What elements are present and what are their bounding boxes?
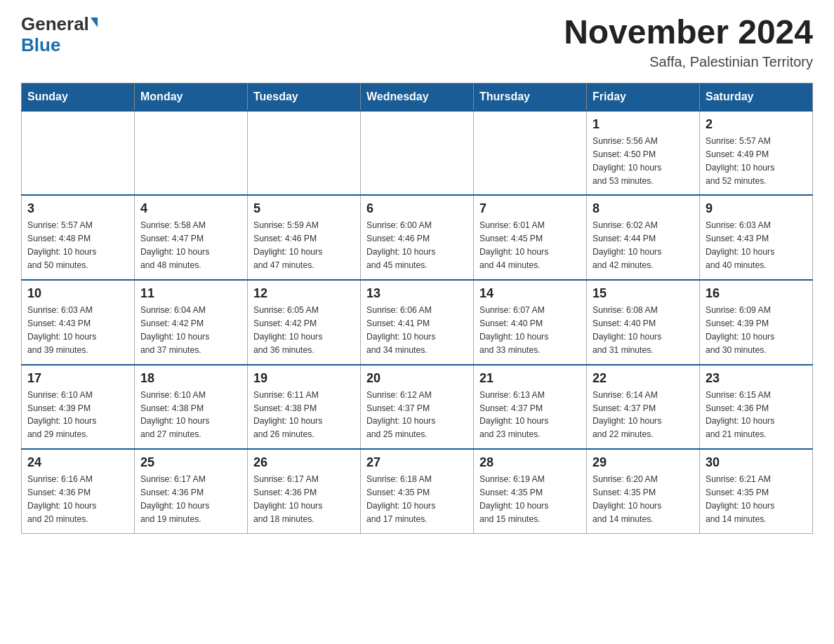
day-info: Sunrise: 6:06 AMSunset: 4:41 PMDaylight:… bbox=[366, 304, 468, 357]
calendar-cell: 19Sunrise: 6:11 AMSunset: 4:38 PMDayligh… bbox=[248, 365, 361, 450]
calendar-cell: 2Sunrise: 5:57 AMSunset: 4:49 PMDaylight… bbox=[700, 111, 813, 196]
week-row-5: 24Sunrise: 6:16 AMSunset: 4:36 PMDayligh… bbox=[22, 449, 813, 533]
day-number: 25 bbox=[140, 455, 241, 470]
day-info: Sunrise: 6:00 AMSunset: 4:46 PMDaylight:… bbox=[366, 219, 468, 272]
calendar-cell: 24Sunrise: 6:16 AMSunset: 4:36 PMDayligh… bbox=[22, 449, 135, 533]
weekday-header-tuesday: Tuesday bbox=[248, 83, 361, 111]
calendar-cell: 4Sunrise: 5:58 AMSunset: 4:47 PMDaylight… bbox=[135, 195, 248, 280]
weekday-header-friday: Friday bbox=[587, 83, 700, 111]
calendar-cell: 1Sunrise: 5:56 AMSunset: 4:50 PMDaylight… bbox=[587, 111, 700, 196]
day-info: Sunrise: 6:20 AMSunset: 4:35 PMDaylight:… bbox=[593, 473, 694, 526]
day-info: Sunrise: 6:10 AMSunset: 4:39 PMDaylight:… bbox=[27, 389, 128, 442]
calendar-cell: 20Sunrise: 6:12 AMSunset: 4:37 PMDayligh… bbox=[361, 365, 474, 450]
day-number: 29 bbox=[593, 455, 694, 470]
logo-triangle-icon bbox=[91, 18, 98, 27]
calendar-cell: 26Sunrise: 6:17 AMSunset: 4:36 PMDayligh… bbox=[248, 449, 361, 533]
day-number: 9 bbox=[706, 201, 807, 216]
day-info: Sunrise: 5:58 AMSunset: 4:47 PMDaylight:… bbox=[140, 219, 241, 272]
day-number: 7 bbox=[479, 201, 581, 216]
day-number: 23 bbox=[706, 371, 807, 386]
day-info: Sunrise: 6:16 AMSunset: 4:36 PMDaylight:… bbox=[27, 473, 128, 526]
day-number: 30 bbox=[706, 455, 807, 470]
day-info: Sunrise: 6:04 AMSunset: 4:42 PMDaylight:… bbox=[140, 304, 241, 357]
day-number: 22 bbox=[593, 371, 694, 386]
calendar-cell: 5Sunrise: 5:59 AMSunset: 4:46 PMDaylight… bbox=[248, 195, 361, 280]
calendar-cell: 8Sunrise: 6:02 AMSunset: 4:44 PMDaylight… bbox=[587, 195, 700, 280]
calendar-cell: 9Sunrise: 6:03 AMSunset: 4:43 PMDaylight… bbox=[700, 195, 813, 280]
calendar-cell: 15Sunrise: 6:08 AMSunset: 4:40 PMDayligh… bbox=[587, 280, 700, 365]
calendar-cell: 7Sunrise: 6:01 AMSunset: 4:45 PMDaylight… bbox=[474, 195, 587, 280]
calendar-cell: 17Sunrise: 6:10 AMSunset: 4:39 PMDayligh… bbox=[22, 365, 135, 450]
calendar-cell: 28Sunrise: 6:19 AMSunset: 4:35 PMDayligh… bbox=[474, 449, 587, 533]
calendar-cell bbox=[474, 111, 587, 196]
day-number: 19 bbox=[253, 371, 355, 386]
day-number: 24 bbox=[27, 455, 128, 470]
calendar-cell bbox=[22, 111, 135, 196]
week-row-3: 10Sunrise: 6:03 AMSunset: 4:43 PMDayligh… bbox=[22, 280, 813, 365]
calendar-cell: 6Sunrise: 6:00 AMSunset: 4:46 PMDaylight… bbox=[361, 195, 474, 280]
day-number: 27 bbox=[366, 455, 468, 470]
day-info: Sunrise: 6:13 AMSunset: 4:37 PMDaylight:… bbox=[479, 389, 581, 442]
week-row-4: 17Sunrise: 6:10 AMSunset: 4:39 PMDayligh… bbox=[22, 365, 813, 450]
day-info: Sunrise: 6:03 AMSunset: 4:43 PMDaylight:… bbox=[706, 219, 807, 272]
calendar-table: SundayMondayTuesdayWednesdayThursdayFrid… bbox=[21, 83, 813, 534]
day-info: Sunrise: 5:56 AMSunset: 4:50 PMDaylight:… bbox=[593, 135, 694, 188]
weekday-header-wednesday: Wednesday bbox=[361, 83, 474, 111]
title-area: November 2024 Saffa, Palestinian Territo… bbox=[564, 14, 813, 70]
day-info: Sunrise: 6:08 AMSunset: 4:40 PMDaylight:… bbox=[593, 304, 694, 357]
day-number: 12 bbox=[253, 286, 355, 301]
day-number: 1 bbox=[593, 117, 694, 132]
day-number: 8 bbox=[593, 201, 694, 216]
calendar-cell: 29Sunrise: 6:20 AMSunset: 4:35 PMDayligh… bbox=[587, 449, 700, 533]
day-info: Sunrise: 6:01 AMSunset: 4:45 PMDaylight:… bbox=[479, 219, 581, 272]
calendar-cell: 3Sunrise: 5:57 AMSunset: 4:48 PMDaylight… bbox=[22, 195, 135, 280]
day-info: Sunrise: 6:17 AMSunset: 4:36 PMDaylight:… bbox=[253, 473, 355, 526]
day-info: Sunrise: 6:05 AMSunset: 4:42 PMDaylight:… bbox=[253, 304, 355, 357]
day-info: Sunrise: 6:19 AMSunset: 4:35 PMDaylight:… bbox=[479, 473, 581, 526]
calendar-cell: 30Sunrise: 6:21 AMSunset: 4:35 PMDayligh… bbox=[700, 449, 813, 533]
calendar-cell: 10Sunrise: 6:03 AMSunset: 4:43 PMDayligh… bbox=[22, 280, 135, 365]
calendar-cell: 21Sunrise: 6:13 AMSunset: 4:37 PMDayligh… bbox=[474, 365, 587, 450]
day-info: Sunrise: 6:18 AMSunset: 4:35 PMDaylight:… bbox=[366, 473, 468, 526]
calendar-cell: 23Sunrise: 6:15 AMSunset: 4:36 PMDayligh… bbox=[700, 365, 813, 450]
day-number: 5 bbox=[253, 201, 355, 216]
day-number: 3 bbox=[27, 201, 128, 216]
day-info: Sunrise: 6:11 AMSunset: 4:38 PMDaylight:… bbox=[253, 389, 355, 442]
day-info: Sunrise: 6:21 AMSunset: 4:35 PMDaylight:… bbox=[706, 473, 807, 526]
weekday-header-row: SundayMondayTuesdayWednesdayThursdayFrid… bbox=[22, 83, 813, 111]
day-number: 26 bbox=[253, 455, 355, 470]
day-number: 28 bbox=[479, 455, 581, 470]
day-info: Sunrise: 6:02 AMSunset: 4:44 PMDaylight:… bbox=[593, 219, 694, 272]
calendar-cell: 11Sunrise: 6:04 AMSunset: 4:42 PMDayligh… bbox=[135, 280, 248, 365]
calendar-cell bbox=[361, 111, 474, 196]
day-number: 11 bbox=[140, 286, 241, 301]
day-number: 14 bbox=[479, 286, 581, 301]
day-number: 18 bbox=[140, 371, 241, 386]
day-number: 17 bbox=[27, 371, 128, 386]
day-info: Sunrise: 6:09 AMSunset: 4:39 PMDaylight:… bbox=[706, 304, 807, 357]
day-number: 21 bbox=[479, 371, 581, 386]
calendar-subtitle: Saffa, Palestinian Territory bbox=[564, 54, 813, 70]
day-info: Sunrise: 6:15 AMSunset: 4:36 PMDaylight:… bbox=[706, 389, 807, 442]
day-number: 20 bbox=[366, 371, 468, 386]
logo: General bbox=[21, 14, 98, 34]
day-info: Sunrise: 6:12 AMSunset: 4:37 PMDaylight:… bbox=[366, 389, 468, 442]
weekday-header-sunday: Sunday bbox=[22, 83, 135, 111]
day-info: Sunrise: 5:57 AMSunset: 4:48 PMDaylight:… bbox=[27, 219, 128, 272]
day-info: Sunrise: 6:07 AMSunset: 4:40 PMDaylight:… bbox=[479, 304, 581, 357]
weekday-header-thursday: Thursday bbox=[474, 83, 587, 111]
day-number: 16 bbox=[706, 286, 807, 301]
day-number: 13 bbox=[366, 286, 468, 301]
logo-blue-line: Blue bbox=[21, 34, 60, 56]
logo-area: General Blue bbox=[21, 14, 98, 56]
logo-general: General bbox=[21, 13, 98, 34]
day-number: 6 bbox=[366, 201, 468, 216]
day-info: Sunrise: 6:14 AMSunset: 4:37 PMDaylight:… bbox=[593, 389, 694, 442]
day-info: Sunrise: 6:17 AMSunset: 4:36 PMDaylight:… bbox=[140, 473, 241, 526]
calendar-cell: 22Sunrise: 6:14 AMSunset: 4:37 PMDayligh… bbox=[587, 365, 700, 450]
calendar-title: November 2024 bbox=[564, 14, 813, 51]
calendar-cell bbox=[248, 111, 361, 196]
day-number: 4 bbox=[140, 201, 241, 216]
calendar-cell: 27Sunrise: 6:18 AMSunset: 4:35 PMDayligh… bbox=[361, 449, 474, 533]
day-number: 10 bbox=[27, 286, 128, 301]
